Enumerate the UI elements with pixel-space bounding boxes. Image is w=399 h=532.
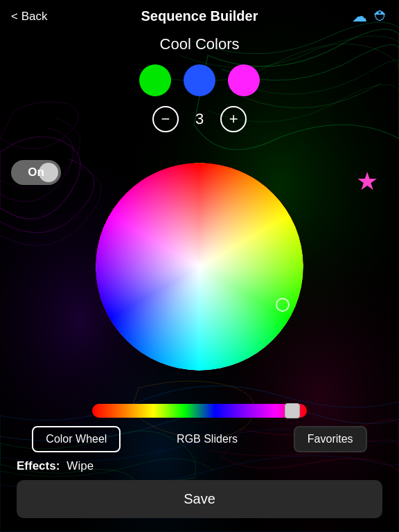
hue-slider-thumb[interactable]	[285, 403, 300, 418]
color-wheel[interactable]	[96, 163, 303, 371]
counter-row: − 3 +	[152, 106, 247, 132]
hue-slider[interactable]	[92, 404, 307, 418]
page-title: Sequence Builder	[141, 8, 258, 24]
color-wheel-wrapper	[96, 163, 303, 371]
swatch-magenta[interactable]	[228, 64, 260, 96]
toggle-label: On	[28, 166, 44, 179]
header: < Back Sequence Builder ☁ ⛑	[0, 0, 399, 28]
tab-color-wheel[interactable]: Color Wheel	[32, 426, 121, 452]
save-button[interactable]: Save	[17, 480, 382, 518]
effects-value[interactable]: Wipe	[66, 459, 94, 473]
tab-favorites[interactable]: Favorites	[294, 426, 367, 452]
swatch-blue[interactable]	[184, 64, 215, 96]
header-icons: ☁ ⛑	[352, 8, 388, 26]
tab-rgb-sliders[interactable]: RGB Sliders	[163, 426, 251, 452]
star-icon[interactable]: ★	[356, 167, 378, 196]
color-swatches	[139, 64, 260, 96]
increment-button[interactable]: +	[220, 106, 247, 132]
decrement-button[interactable]: −	[152, 106, 179, 132]
back-button[interactable]: < Back	[11, 10, 47, 24]
hue-slider-container	[92, 404, 307, 418]
effects-label: Effects:	[17, 459, 60, 473]
counter-value: 3	[195, 110, 204, 128]
sequence-name: Cool Colors	[160, 35, 240, 53]
toggle-container: On	[11, 160, 61, 185]
swatch-green[interactable]	[139, 64, 171, 96]
effects-row: Effects: Wipe	[0, 452, 399, 480]
hat-icon[interactable]: ⛑	[374, 8, 388, 24]
on-off-toggle[interactable]: On	[11, 160, 61, 185]
color-wheel-selector[interactable]	[276, 298, 290, 312]
bottom-tabs: Color Wheel RGB Sliders Favorites	[0, 426, 399, 452]
main-area: On	[0, 139, 399, 394]
cloud-icon[interactable]: ☁	[352, 8, 367, 26]
